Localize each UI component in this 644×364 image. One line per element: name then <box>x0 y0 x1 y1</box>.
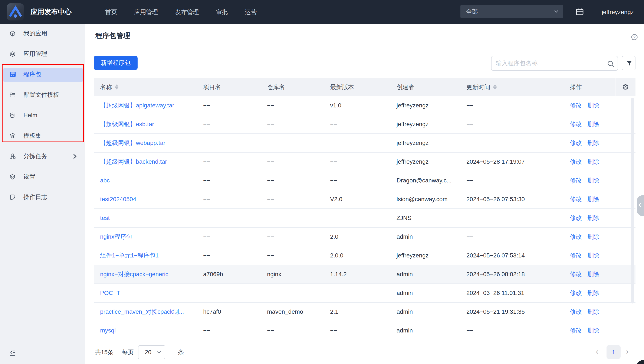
svg-text:?: ? <box>633 35 636 39</box>
